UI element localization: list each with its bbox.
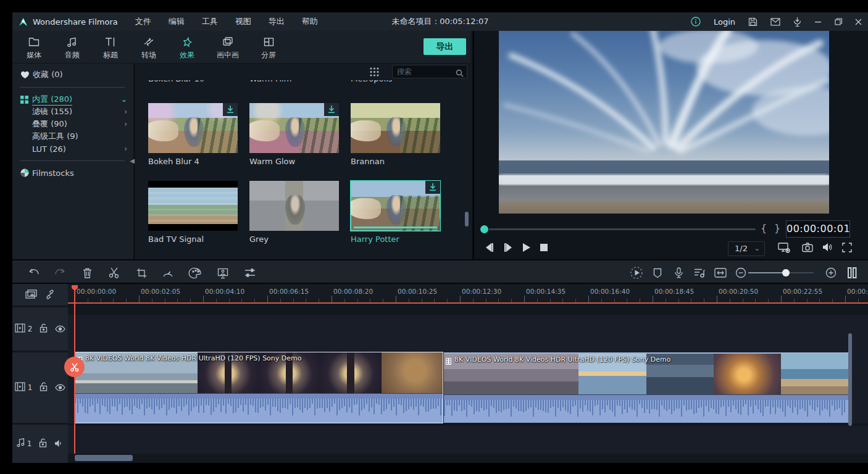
grid-view-icon[interactable] [369,67,380,80]
tab-audio[interactable]: 音频 [54,35,90,60]
timeline-ruler[interactable]: 00:00:00:00 00:00:02:05 00:00:04:10 00:0… [68,285,868,304]
render-preview-icon[interactable] [630,266,643,280]
play-button[interactable] [522,243,531,255]
chroma-key-icon[interactable] [216,266,230,280]
search-icon[interactable] [456,68,464,80]
effect-item[interactable]: Brannan [351,103,440,166]
voiceover-mic-icon[interactable] [672,266,685,280]
seekbar-track[interactable] [489,228,756,230]
tab-effects[interactable]: 效果 [169,35,205,60]
visibility-eye-icon[interactable] [55,382,65,394]
visibility-eye-icon[interactable] [55,323,65,335]
undo-icon[interactable] [27,266,41,280]
effect-name: Harry Potter [351,235,440,244]
display-settings-icon[interactable] [778,243,790,256]
effect-item[interactable]: Bad TV Signal [148,181,238,244]
timeline-vertical-scrollbar[interactable] [848,333,852,426]
picture-in-picture-icon [207,35,248,49]
snapshot-camera-icon[interactable] [802,243,813,255]
speaker-icon[interactable] [54,438,64,450]
playhead-cut-button[interactable] [64,357,85,377]
next-frame-button[interactable] [503,243,514,255]
mail-icon[interactable] [770,18,780,26]
playback-quality-dropdown[interactable]: 1/2 ⌄ [728,241,765,256]
effect-item[interactable]: Grey [249,181,339,244]
fit-timeline-icon[interactable] [714,266,727,280]
color-palette-icon[interactable] [189,266,202,280]
minimize-button[interactable] [814,18,822,25]
sidebar-filmstocks[interactable]: Filmstocks [20,167,127,179]
unlock-icon[interactable] [40,382,48,394]
current-timecode[interactable]: 00:00:00:01 [786,220,850,238]
fullscreen-icon[interactable] [842,243,852,255]
scrollbar-thumb[interactable] [75,455,133,461]
redo-icon[interactable] [53,266,67,280]
add-track-icon[interactable] [25,289,37,302]
menu-export[interactable]: 导出 [269,16,285,27]
sidebar-advanced-tools[interactable]: 高级工具 (9) [32,130,127,143]
marker-icon[interactable] [651,266,664,280]
audio-track-1-header[interactable]: 1 [12,425,68,463]
menu-tools[interactable]: 工具 [202,16,218,27]
effect-item[interactable]: Warm Glow [249,103,339,166]
delete-icon[interactable] [80,266,94,280]
timeline-horizontal-scrollbar[interactable] [68,454,868,462]
previous-frame-button[interactable] [483,243,495,255]
video-track-2-lane[interactable] [68,315,868,352]
timeline-clip-1[interactable]: 8K VIDEOS World 8K Videos HDR UltraHD (1… [75,352,443,423]
zoom-out-icon[interactable] [734,266,748,280]
sidebar-builtin[interactable]: 内置 (280) ⌄ [20,93,127,106]
stop-button[interactable] [540,243,548,255]
split-scissors-icon[interactable] [107,266,121,280]
download-icon [425,181,440,194]
seekbar-playhead[interactable] [480,225,488,233]
mark-out-icon[interactable]: } [774,222,780,234]
timeline-clip-2[interactable]: 8K VIDEOS World 8K Videos HDR UltraHD (1… [444,352,848,423]
mark-in-icon[interactable]: { [761,222,767,234]
speed-icon[interactable] [161,266,175,280]
audio-mixer-icon[interactable] [693,266,706,280]
sidebar-filters[interactable]: 滤镜 (155) › [32,106,127,118]
tab-titles[interactable]: 标题 [93,35,128,60]
search-input[interactable] [397,65,453,78]
menu-edit[interactable]: 编辑 [169,16,185,27]
microphone-icon[interactable] [793,17,801,27]
zoom-slider-handle[interactable] [782,269,790,276]
adjust-sliders-icon[interactable] [243,266,257,280]
effect-name: Bokeh Blur 4 [148,157,238,166]
login-button[interactable]: Login [714,17,735,27]
tab-pip[interactable]: 画中画 [207,35,248,60]
unlock-icon[interactable] [40,323,48,335]
sidebar-lut[interactable]: LUT (26) › [32,143,127,155]
tab-splitscreen[interactable]: 分屏 [251,35,286,60]
track-panels-icon[interactable] [845,266,859,280]
tab-media[interactable]: 媒体 [16,35,52,60]
close-button[interactable] [855,19,862,25]
video-track-1-header[interactable]: 1 [12,352,68,423]
effects-grid-panel: Bokeh Blur 10 Warm Film Metropolis Bokeh… [136,64,470,259]
restore-button[interactable] [835,18,842,25]
effects-scrollbar[interactable] [465,212,469,227]
save-icon[interactable] [748,17,757,27]
sky-clouds [499,31,829,214]
effect-name: Warm Glow [249,157,339,166]
audio-track-1-lane[interactable] [68,426,868,454]
menu-file[interactable]: 文件 [135,16,151,27]
sidebar-favorites[interactable]: 收藏 (0) [20,69,127,81]
zoom-in-icon[interactable] [824,266,838,280]
crop-icon[interactable] [135,266,148,280]
unlock-icon[interactable] [39,438,47,450]
sidebar-overlays[interactable]: 叠覆 (90) › [32,118,127,130]
video-track-2-header[interactable]: 2 [12,307,68,351]
menu-view[interactable]: 视图 [235,16,251,27]
effect-item[interactable]: Bokeh Blur 4 [148,103,238,166]
volume-icon[interactable] [822,243,833,254]
menu-help[interactable]: 帮助 [302,16,318,27]
link-icon[interactable] [44,289,56,302]
timeline-zoom-slider[interactable] [748,272,814,273]
tab-transitions[interactable]: 转场 [131,35,167,60]
panel-collapse-handle[interactable]: ◀ [130,157,135,164]
export-button[interactable]: 导出 [424,38,466,55]
effect-item-selected[interactable]: Harry Potter [351,181,440,244]
info-icon[interactable] [691,17,701,27]
